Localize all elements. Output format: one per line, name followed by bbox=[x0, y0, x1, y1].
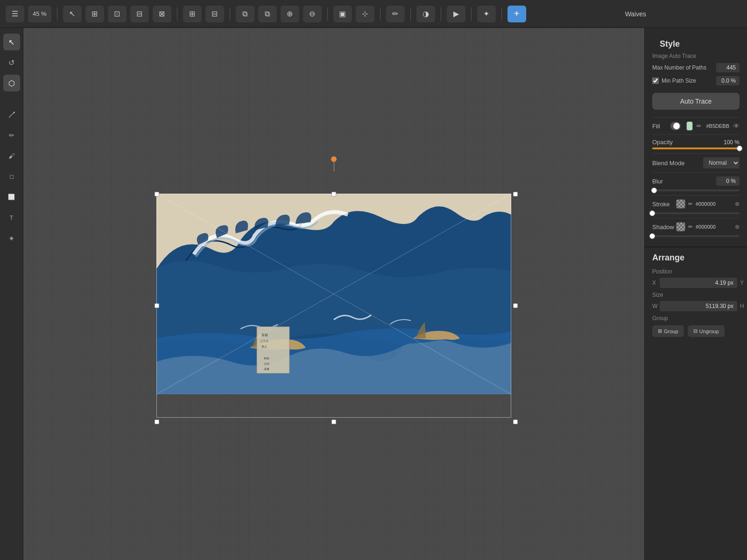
blend-select[interactable]: Normal Multiply Screen Overlay bbox=[703, 157, 740, 168]
separator8 bbox=[471, 7, 472, 21]
stroke-thumb[interactable] bbox=[649, 210, 655, 216]
shape-tool-btn[interactable]: ⬜ bbox=[3, 189, 20, 205]
pen-btn[interactable]: ✏ bbox=[386, 6, 405, 22]
move-icon: ↖ bbox=[69, 9, 75, 18]
position-row: X Y bbox=[652, 278, 740, 288]
fill-color-swatch[interactable] bbox=[686, 121, 693, 131]
fill-visibility-icon[interactable]: 👁 bbox=[733, 122, 740, 130]
mask-icon: ⬡ bbox=[8, 79, 15, 88]
bool-tool[interactable]: ⊕ bbox=[281, 6, 299, 22]
style-title: Style bbox=[652, 32, 740, 53]
separator2 bbox=[177, 7, 177, 21]
svg-text:浪裏: 浪裏 bbox=[264, 367, 269, 371]
main-area: ↖ ↺ ⬡ ✏ 🖌 ◻ ⬜ T bbox=[0, 28, 747, 560]
stroke-swatch[interactable] bbox=[676, 199, 685, 209]
separator7 bbox=[441, 7, 441, 21]
max-paths-value[interactable]: 445 bbox=[716, 63, 740, 72]
svg-text:景之: 景之 bbox=[261, 345, 267, 348]
eraser-icon: ◻ bbox=[9, 173, 14, 180]
separator5 bbox=[380, 7, 381, 21]
grid-tool[interactable]: ⊞ bbox=[183, 6, 202, 22]
group-button[interactable]: ⊞ Group bbox=[652, 325, 684, 337]
add-btn[interactable]: + bbox=[507, 6, 526, 22]
pen-tool-btn[interactable] bbox=[3, 106, 20, 123]
h-label: H bbox=[740, 303, 746, 309]
pen-icon: ✏ bbox=[392, 9, 398, 18]
play-icon: ▶ bbox=[453, 9, 459, 18]
blur-row: Blur 0 % bbox=[652, 176, 740, 186]
play-btn[interactable]: ▶ bbox=[447, 6, 465, 22]
opacity-label: Opacity bbox=[652, 139, 673, 146]
paste-tool[interactable]: ⧉ bbox=[258, 6, 277, 22]
separator bbox=[57, 7, 57, 21]
add-icon: + bbox=[514, 8, 520, 19]
canvas-area[interactable]: 富嶽 三十六 景之 神奈 川沖 浪裏 bbox=[23, 28, 644, 560]
svg-text:三十六: 三十六 bbox=[260, 339, 268, 343]
crop-tool[interactable]: ⊡ bbox=[108, 6, 127, 22]
blur-value[interactable]: 0 % bbox=[716, 176, 740, 186]
min-path-value[interactable]: 0.0 % bbox=[716, 76, 740, 85]
shadow-swatch[interactable] bbox=[676, 222, 685, 231]
bool-icon: ⊕ bbox=[287, 9, 293, 18]
opacity-fill bbox=[652, 147, 740, 149]
group-btn[interactable]: ▣ bbox=[333, 6, 352, 22]
opacity-slider[interactable] bbox=[652, 147, 740, 149]
wand-icon: ✦ bbox=[483, 9, 489, 18]
opacity-thumb[interactable] bbox=[737, 146, 742, 151]
left-sidebar: ↖ ↺ ⬡ ✏ 🖌 ◻ ⬜ T bbox=[0, 28, 23, 560]
blur-slider[interactable] bbox=[652, 189, 740, 191]
transform-tool[interactable]: ⊞ bbox=[85, 6, 104, 22]
color-adj-btn[interactable]: ◑ bbox=[416, 6, 435, 22]
select-tool-btn[interactable]: ↖ bbox=[3, 34, 20, 50]
fill-tool-btn[interactable]: ◈ bbox=[3, 230, 20, 246]
fill-label: Fill bbox=[652, 123, 667, 130]
zoom-control[interactable]: 45 % bbox=[28, 6, 51, 22]
bool2-icon: ⊖ bbox=[309, 9, 315, 18]
pencil-tool-btn[interactable]: ✏ bbox=[3, 127, 20, 144]
ungroup-btn-label: Ungroup bbox=[699, 329, 719, 334]
divider-7 bbox=[645, 246, 747, 247]
history-tool-btn[interactable]: ↺ bbox=[3, 54, 20, 71]
position-label: Position bbox=[652, 268, 740, 275]
size-label: Size bbox=[652, 292, 740, 298]
eraser-tool-btn[interactable]: ◻ bbox=[3, 168, 20, 185]
shadow-slider[interactable] bbox=[652, 235, 740, 237]
distribute2-btn[interactable]: ⊹ bbox=[356, 6, 374, 22]
fill-toggle[interactable] bbox=[670, 122, 681, 130]
fill-edit-icon[interactable]: ✏ bbox=[697, 123, 701, 129]
wand-btn[interactable]: ✦ bbox=[477, 6, 496, 22]
copy-tool[interactable]: ⧉ bbox=[236, 6, 254, 22]
right-panel: Style Image Auto Trace Max Number of Pat… bbox=[644, 28, 747, 560]
divider-3 bbox=[652, 153, 740, 154]
min-path-checkbox[interactable] bbox=[652, 77, 659, 84]
x-input[interactable] bbox=[660, 278, 737, 288]
w-input[interactable] bbox=[660, 301, 737, 311]
distribute-tool[interactable]: ⊠ bbox=[153, 6, 171, 22]
layers-button[interactable]: ☰ bbox=[6, 6, 24, 22]
fill-row: Fill ✏ #B5DEBB 👁 bbox=[652, 121, 740, 131]
rotation-handle[interactable] bbox=[331, 156, 337, 171]
blur-thumb[interactable] bbox=[651, 188, 657, 193]
align-icon: ⊟ bbox=[136, 9, 142, 18]
distribute2-icon: ⊹ bbox=[362, 9, 368, 18]
auto-trace-button[interactable]: Auto Trace bbox=[652, 93, 740, 110]
move-tool[interactable]: ↖ bbox=[63, 6, 82, 22]
shadow-thumb[interactable] bbox=[649, 233, 655, 239]
group-btn-icon: ⊞ bbox=[658, 328, 662, 334]
shadow-visibility-icon[interactable]: ⊗ bbox=[735, 224, 740, 230]
brush-tool-btn[interactable]: 🖌 bbox=[3, 147, 20, 164]
text-tool-btn[interactable]: T bbox=[3, 209, 20, 226]
toolbar: ☰ 45 % ↖ ⊞ ⊡ ⊟ ⊠ ⊞ ⊟ ⧉ ⧉ ⊕ ⊖ ▣ ⊹ ✏ bbox=[0, 0, 747, 28]
stroke-visibility-icon[interactable]: ⊗ bbox=[735, 201, 740, 207]
align-tool[interactable]: ⊟ bbox=[130, 6, 149, 22]
group-btn-label: Group bbox=[664, 329, 678, 334]
stroke-edit-icon[interactable]: ✏ bbox=[688, 201, 693, 207]
divider-4 bbox=[652, 172, 740, 173]
ungroup-button[interactable]: ⊟ Ungroup bbox=[688, 325, 725, 337]
shadow-edit-icon[interactable]: ✏ bbox=[688, 224, 693, 230]
stroke-slider[interactable] bbox=[652, 212, 740, 214]
bool2-tool[interactable]: ⊖ bbox=[303, 6, 322, 22]
mask-tool-btn[interactable]: ⬡ bbox=[3, 75, 20, 91]
grid2-tool[interactable]: ⊟ bbox=[205, 6, 224, 22]
stroke-row: Stroke ✏ #000000 ⊗ bbox=[652, 199, 740, 209]
